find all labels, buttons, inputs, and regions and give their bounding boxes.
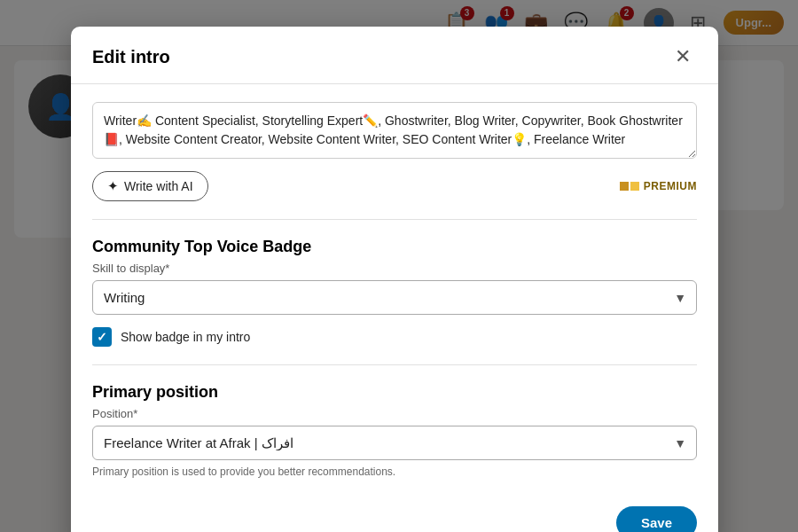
section-divider-1: [92, 219, 697, 220]
headline-textarea[interactable]: [92, 102, 697, 159]
position-select-wrapper: Freelance Writer at Afrak | افراک ▼: [92, 426, 697, 460]
modal-header: Edit intro ✕: [71, 27, 718, 84]
write-ai-label: Write with AI: [124, 179, 193, 193]
section-divider-2: [92, 364, 697, 365]
write-ai-button[interactable]: ✦ Write with AI: [92, 171, 208, 201]
checkmark-icon: ✓: [97, 330, 107, 344]
position-hint: Primary position is used to provide you …: [92, 466, 697, 478]
close-icon: ✕: [675, 45, 691, 68]
edit-intro-modal: Edit intro ✕ ✦ Write with AI PREMIUM Com…: [71, 27, 718, 532]
community-voice-title: Community Top Voice Badge: [92, 238, 697, 256]
show-badge-checkbox[interactable]: ✓: [92, 327, 112, 347]
modal-body: ✦ Write with AI PREMIUM Community Top Vo…: [71, 84, 718, 496]
premium-squares-icon: [620, 182, 639, 191]
position-select[interactable]: Freelance Writer at Afrak | افراک: [92, 426, 697, 460]
premium-label: PREMIUM: [644, 180, 697, 192]
primary-position-title: Primary position: [92, 383, 697, 402]
save-button[interactable]: Save: [616, 506, 697, 532]
premium-badge: PREMIUM: [620, 180, 697, 192]
modal-title: Edit intro: [92, 47, 170, 67]
skill-select[interactable]: Writing: [92, 280, 697, 315]
close-button[interactable]: ✕: [669, 43, 697, 71]
show-badge-row: ✓ Show badge in my intro: [92, 327, 697, 347]
skill-label: Skill to display*: [92, 262, 697, 275]
position-label: Position*: [92, 407, 697, 420]
skill-select-wrapper: Writing ▼: [92, 280, 697, 315]
textarea-actions: ✦ Write with AI PREMIUM: [92, 171, 697, 201]
sparkle-icon: ✦: [107, 178, 119, 194]
show-badge-label: Show badge in my intro: [121, 330, 250, 344]
modal-footer: Save: [71, 496, 718, 532]
